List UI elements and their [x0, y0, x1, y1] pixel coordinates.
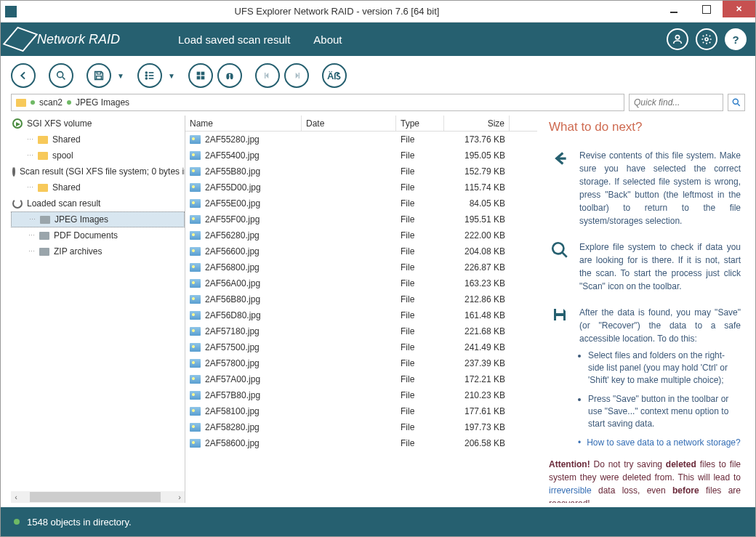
tree-horizontal-scrollbar[interactable]: ‹›: [11, 491, 185, 503]
tree-item[interactable]: ⋯spool: [11, 148, 185, 163]
find-button[interactable]: [217, 63, 242, 88]
file-type: File: [396, 342, 444, 352]
help-button[interactable]: ?: [725, 28, 747, 50]
column-type[interactable]: Type: [396, 116, 444, 131]
file-row[interactable]: 2AF56D80.jpgFile161.48 KB: [185, 307, 537, 323]
save-button[interactable]: [87, 63, 111, 88]
tree-toggle-icon[interactable]: ⋯: [27, 152, 33, 159]
quick-find-box[interactable]: [629, 94, 723, 111]
brand-icon: [3, 27, 39, 52]
view-dropdown-icon[interactable]: ▼: [168, 72, 175, 80]
tree-item-label: Shared: [52, 182, 81, 193]
info-panel: What to do next? Revise contents of this…: [537, 116, 755, 503]
tree-item-label: JPEG Images: [55, 214, 108, 225]
list-view-button[interactable]: [137, 63, 162, 88]
file-type: File: [396, 150, 444, 161]
magnify-icon: [549, 241, 571, 293]
file-type: File: [396, 310, 444, 320]
save-icon: [549, 306, 571, 345]
info-list-item-2: Press "Save" button in the toolbar or us…: [588, 393, 741, 429]
column-size[interactable]: Size: [444, 116, 510, 131]
settings-button[interactable]: [696, 28, 717, 50]
file-size: 152.79 KB: [444, 166, 510, 177]
file-row[interactable]: 2AF57180.jpgFile221.68 KB: [185, 323, 537, 339]
file-name: 2AF56D80.jpg: [205, 310, 261, 320]
tree-item[interactable]: ⋯PDF Documents: [11, 227, 185, 243]
tree-toggle-icon[interactable]: ⋯: [28, 248, 35, 255]
file-row[interactable]: 2AF57B80.jpgFile210.23 KB: [185, 387, 537, 403]
file-row[interactable]: 2AF56A00.jpgFile163.23 KB: [185, 275, 537, 291]
column-date[interactable]: Date: [302, 116, 396, 131]
tree-item[interactable]: Loaded scan result: [11, 195, 185, 211]
svg-rect-8: [196, 72, 200, 76]
next-button[interactable]: [284, 63, 309, 88]
file-row[interactable]: 2AF55280.jpgFile173.76 KB: [185, 132, 537, 148]
file-row[interactable]: 2AF58600.jpgFile206.58 KB: [185, 435, 537, 451]
file-size: 173.76 KB: [444, 134, 510, 145]
file-row[interactable]: 2AF56600.jpgFile204.08 KB: [185, 243, 537, 259]
file-size: 197.73 KB: [444, 422, 510, 432]
tree-toggle-icon[interactable]: ⋯: [27, 184, 33, 191]
file-row[interactable]: 2AF57800.jpgFile237.39 KB: [185, 355, 537, 371]
tree-toggle-icon[interactable]: ⋯: [28, 232, 35, 239]
column-name[interactable]: Name: [185, 116, 302, 131]
quick-find-input[interactable]: [634, 97, 718, 108]
text-case-button[interactable]: Äẞ: [322, 63, 347, 88]
tree-item-label: PDF Documents: [54, 230, 118, 241]
info-link[interactable]: How to save data to a network storage?: [578, 437, 741, 448]
file-size: 221.68 KB: [444, 326, 510, 336]
tree-item[interactable]: ⋯JPEG Images: [11, 211, 185, 227]
image-file-icon: [190, 183, 201, 192]
file-row[interactable]: 2AF56800.jpgFile226.87 KB: [185, 259, 537, 275]
tree-panel[interactable]: SGI XFS volume⋯Shared⋯spoolScan result (…: [11, 116, 185, 503]
breadcrumb[interactable]: scan2 JPEG Images: [11, 94, 624, 111]
file-row[interactable]: 2AF55400.jpgFile195.05 KB: [185, 148, 537, 163]
svg-rect-14: [265, 73, 265, 78]
svg-rect-10: [196, 76, 200, 80]
file-row[interactable]: 2AF55D00.jpgFile115.74 KB: [185, 179, 537, 195]
file-row[interactable]: 2AF55E00.jpgFile84.05 KB: [185, 195, 537, 211]
file-list-body[interactable]: 2AF55280.jpgFile173.76 KB2AF55400.jpgFil…: [185, 132, 537, 503]
user-button[interactable]: [667, 28, 688, 50]
tree-item[interactable]: Scan result (SGI XFS file system; 0 byte…: [11, 163, 185, 179]
tree-item[interactable]: ⋯Shared: [11, 179, 185, 195]
svg-point-1: [705, 38, 708, 41]
tree-toggle-icon[interactable]: ⋯: [27, 136, 33, 143]
bullet-icon: [31, 100, 35, 105]
info-text-3: After the data is found, you may "Save" …: [579, 306, 741, 345]
file-size: 163.23 KB: [444, 278, 510, 288]
back-button[interactable]: [11, 63, 36, 88]
prev-button[interactable]: [255, 63, 280, 88]
info-list-item-1: Select files and folders on the right-si…: [588, 350, 741, 386]
menu-about[interactable]: About: [313, 33, 342, 46]
menu-load-scan[interactable]: Load saved scan result: [178, 33, 290, 46]
file-row[interactable]: 2AF57A00.jpgFile172.21 KB: [185, 371, 537, 387]
file-row[interactable]: 2AF58100.jpgFile177.61 KB: [185, 403, 537, 419]
grid-button[interactable]: [188, 63, 213, 88]
file-row[interactable]: 2AF58280.jpgFile197.73 KB: [185, 419, 537, 435]
tree-toggle-icon[interactable]: ⋯: [29, 216, 36, 223]
file-row[interactable]: 2AF56280.jpgFile222.00 KB: [185, 227, 537, 243]
tree-item-label: Shared: [52, 134, 81, 145]
scan-icon: [12, 166, 15, 177]
image-file-icon: [190, 327, 201, 336]
minimize-button[interactable]: [657, 1, 690, 17]
save-dropdown-icon[interactable]: ▼: [117, 72, 124, 80]
window-title: UFS Explorer Network RAID - version 7.6 …: [17, 6, 657, 17]
file-row[interactable]: 2AF55B80.jpgFile152.79 KB: [185, 163, 537, 179]
quick-find-button[interactable]: [728, 94, 745, 111]
scan-button[interactable]: [49, 63, 73, 88]
close-button[interactable]: [723, 1, 755, 17]
file-list-header[interactable]: Name Date Type Size: [185, 116, 537, 132]
file-size: 206.58 KB: [444, 438, 510, 448]
svg-rect-3: [97, 72, 100, 74]
maximize-button[interactable]: [690, 1, 723, 17]
file-row[interactable]: 2AF57500.jpgFile241.49 KB: [185, 339, 537, 355]
tree-item[interactable]: ⋯Shared: [11, 132, 185, 148]
tree-item[interactable]: SGI XFS volume: [11, 116, 185, 132]
file-row[interactable]: 2AF56B80.jpgFile212.86 KB: [185, 291, 537, 307]
image-file-icon: [190, 343, 201, 352]
tree-item[interactable]: ⋯ZIP archives: [11, 243, 185, 259]
bullet-icon: [67, 100, 71, 105]
file-row[interactable]: 2AF55F00.jpgFile195.51 KB: [185, 211, 537, 227]
